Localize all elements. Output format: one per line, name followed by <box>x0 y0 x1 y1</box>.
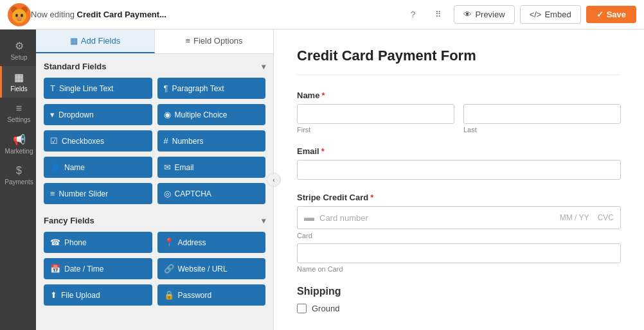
settings-icon: ≡ <box>16 103 22 114</box>
name-last-input[interactable] <box>463 104 621 124</box>
help-button[interactable]: ? <box>402 4 423 25</box>
checkboxes-icon: ☑ <box>50 136 58 146</box>
date-time-icon: 📅 <box>50 264 60 274</box>
marketing-icon: 📢 <box>13 134 26 146</box>
email-required-star: * <box>321 146 325 156</box>
standard-fields-collapse[interactable]: ▾ <box>262 62 265 71</box>
code-icon: </> <box>530 10 542 19</box>
stripe-card-icon: ▬ <box>304 212 314 223</box>
editing-title: Now editing Credit Card Payment... <box>31 10 402 19</box>
form-field-shipping: Shipping Ground <box>297 286 621 313</box>
field-btn-number-slider[interactable]: ≡ Number Slider <box>44 183 152 204</box>
shipping-option-row: Ground <box>297 304 621 313</box>
address-icon: 📍 <box>164 238 174 247</box>
field-btn-numbers[interactable]: # Numbers <box>157 130 266 152</box>
name-field-label: Name * <box>297 91 621 100</box>
shipping-ground-checkbox[interactable] <box>297 304 307 313</box>
phone-icon: ☎ <box>50 238 60 247</box>
field-btn-website-url[interactable]: 🔗 Website / URL <box>157 258 266 279</box>
payments-icon: $ <box>16 165 22 177</box>
email-field-label: Email * <box>297 146 621 156</box>
numbers-icon: # <box>164 136 168 146</box>
website-url-icon: 🔗 <box>164 264 174 274</box>
captcha-icon: ◎ <box>164 189 171 198</box>
stripe-mmyy: MM / YY CVC <box>560 213 614 222</box>
email-input[interactable] <box>297 160 621 180</box>
standard-fields-grid: T Single Line Text ¶ Paragraph Text ▾ Dr… <box>44 78 265 204</box>
save-button[interactable]: ✓ Save <box>586 6 636 23</box>
sidebar-item-payments[interactable]: $ Payments <box>0 160 36 191</box>
field-btn-date-time[interactable]: 📅 Date / Time <box>44 258 152 279</box>
form-title: Credit Card Payment Form <box>297 48 621 75</box>
svg-point-4 <box>15 13 18 17</box>
field-btn-captcha[interactable]: ◎ CAPTCHA <box>157 183 266 204</box>
form-field-name: Name * First Last <box>297 91 621 134</box>
field-btn-paragraph-text[interactable]: ¶ Paragraph Text <box>157 78 266 99</box>
sidebar-item-settings[interactable]: ≡ Settings <box>0 98 36 128</box>
stripe-name-input[interactable] <box>297 243 621 263</box>
multiple-choice-icon: ◉ <box>164 110 171 119</box>
name-last-sublabel: Last <box>463 126 621 134</box>
stripe-field-label: Stripe Credit Card * <box>297 193 621 202</box>
form-field-email: Email * <box>297 146 621 180</box>
field-btn-address[interactable]: 📍 Address <box>157 232 266 253</box>
email-icon: ✉ <box>164 162 171 172</box>
field-btn-multiple-choice[interactable]: ◉ Multiple Choice <box>157 104 266 125</box>
shipping-label: Shipping <box>297 286 621 297</box>
tab-add-fields[interactable]: ▦ Add Fields <box>36 30 155 53</box>
grid-button[interactable]: ⠿ <box>428 4 449 25</box>
nav-sidebar: ⚙ Setup ▦ Fields ≡ Settings 📢 Marketing … <box>0 30 36 330</box>
add-fields-icon: ▦ <box>70 36 78 46</box>
check-icon: ✓ <box>596 10 604 19</box>
field-btn-email[interactable]: ✉ Email <box>157 157 266 178</box>
panel-collapse-arrow[interactable]: ‹ <box>267 173 281 187</box>
fields-icon: ▦ <box>14 71 24 83</box>
eye-icon: 👁 <box>463 10 472 19</box>
name-required-star: * <box>321 91 325 100</box>
stripe-name-sublabel: Name on Card <box>297 265 621 273</box>
setup-icon: ⚙ <box>15 40 24 52</box>
form-field-stripe: Stripe Credit Card * ▬ Card number MM / … <box>297 193 621 273</box>
name-first-input[interactable] <box>297 104 454 124</box>
stripe-card-sublabel: Card <box>297 232 621 239</box>
stripe-required-star: * <box>370 193 373 202</box>
name-first-sublabel: First <box>297 126 454 134</box>
name-first-wrap: First <box>297 104 454 134</box>
svg-point-5 <box>21 13 23 17</box>
field-btn-checkboxes[interactable]: ☑ Checkboxes <box>44 130 152 152</box>
main-layout: ⚙ Setup ▦ Fields ≡ Settings 📢 Marketing … <box>0 30 644 330</box>
single-line-text-icon: T <box>50 83 55 93</box>
fields-panel: ▦ Add Fields ≡ Field Options Standard Fi… <box>36 30 274 330</box>
sidebar-item-setup[interactable]: ⚙ Setup <box>0 35 36 66</box>
top-bar: Now editing Credit Card Payment... ? ⠿ 👁… <box>0 0 644 30</box>
embed-button[interactable]: </> Embed <box>520 5 581 24</box>
field-btn-file-upload[interactable]: ⬆ File Upload <box>44 284 152 306</box>
name-field-row: First Last <box>297 104 621 134</box>
file-upload-icon: ⬆ <box>50 290 57 300</box>
name-last-wrap: Last <box>463 104 621 134</box>
password-icon: 🔒 <box>164 290 174 300</box>
top-bar-actions: ? ⠿ 👁 Preview </> Embed ✓ Save <box>402 4 636 25</box>
field-btn-password[interactable]: 🔒 Password <box>157 284 266 306</box>
tab-field-options[interactable]: ≡ Field Options <box>155 30 273 53</box>
paragraph-text-icon: ¶ <box>164 83 168 93</box>
fields-scroll: Standard Fields ▾ T Single Line Text ¶ P… <box>36 54 273 330</box>
standard-fields-header: Standard Fields ▾ <box>44 62 265 71</box>
field-btn-phone[interactable]: ☎ Phone <box>44 232 152 253</box>
dropdown-icon: ▾ <box>50 110 55 119</box>
preview-button[interactable]: 👁 Preview <box>454 5 514 24</box>
field-btn-single-line-text[interactable]: T Single Line Text <box>44 78 152 99</box>
number-slider-icon: ≡ <box>50 189 55 198</box>
form-preview: Credit Card Payment Form Name * First La… <box>274 30 644 330</box>
field-btn-dropdown[interactable]: ▾ Dropdown <box>44 104 152 125</box>
fancy-fields-grid: ☎ Phone 📍 Address 📅 Date / Time 🔗 Websit… <box>44 232 265 306</box>
fields-tabs: ▦ Add Fields ≡ Field Options <box>36 30 273 54</box>
svg-point-3 <box>12 9 26 23</box>
fancy-fields-header: Fancy Fields ▾ <box>44 216 265 225</box>
fancy-fields-collapse[interactable]: ▾ <box>262 216 265 225</box>
stripe-card-box[interactable]: ▬ Card number MM / YY CVC <box>297 206 621 229</box>
sidebar-item-fields[interactable]: ▦ Fields <box>0 66 36 98</box>
field-options-icon: ≡ <box>185 36 190 46</box>
field-btn-name[interactable]: 👤 Name <box>44 157 152 178</box>
sidebar-item-marketing[interactable]: 📢 Marketing <box>0 128 36 160</box>
